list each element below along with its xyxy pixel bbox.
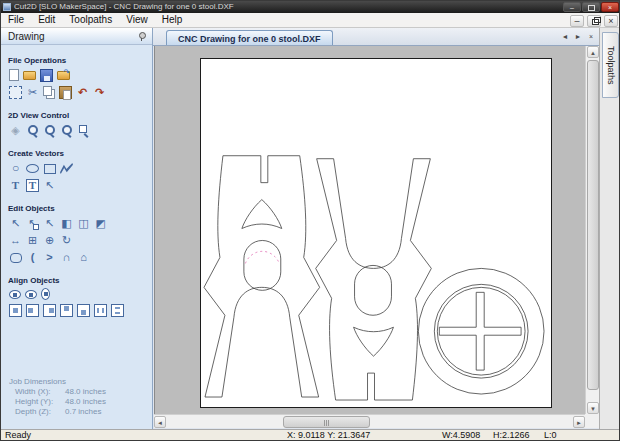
fillet-tool-icon[interactable] xyxy=(9,251,22,264)
move-tool-icon[interactable]: ⊕ xyxy=(43,234,56,247)
span-edit-icon[interactable]: > xyxy=(43,251,56,264)
open-file-icon[interactable] xyxy=(23,71,36,80)
app-icon xyxy=(3,3,11,11)
interactive-selection-icon[interactable]: ↖ xyxy=(43,217,56,230)
redo-icon[interactable]: ↷ xyxy=(93,86,106,99)
distort-tool-icon[interactable]: ◩ xyxy=(94,217,107,230)
zoom-drawing-icon[interactable] xyxy=(77,124,90,137)
undo-icon[interactable]: ↶ xyxy=(76,86,89,99)
drawing-panel: Drawing File Operations ✂↶↷ 2D View Cont… xyxy=(1,28,153,429)
scrollbar-corner xyxy=(585,414,599,428)
job-dimension-depth: Depth (Z):0.7 inches xyxy=(9,407,106,417)
status-bar: Ready X: 9.0118 Y: 21.3647 W:4.5908 H:2.… xyxy=(1,429,620,441)
draw-rectangle-icon[interactable] xyxy=(43,162,56,175)
align-top-icon[interactable] xyxy=(60,304,73,317)
mdi-minimize-button[interactable]: – xyxy=(570,15,584,27)
drawing-canvas[interactable] xyxy=(154,46,585,414)
mirror-tool-icon[interactable]: ◧ xyxy=(60,217,73,230)
measure-tool-icon[interactable]: ◫ xyxy=(77,217,90,230)
align-right-icon[interactable] xyxy=(43,304,56,317)
scroll-down-icon[interactable]: ▼ xyxy=(587,402,599,414)
menu-item-help[interactable]: Help xyxy=(155,13,190,27)
import-vectors-icon[interactable] xyxy=(57,71,70,80)
scroll-right-icon[interactable]: ► xyxy=(573,416,585,428)
rotate-tool-icon[interactable]: ↻ xyxy=(60,234,73,247)
vertical-scrollbar[interactable]: ▲ ▼ xyxy=(585,46,599,414)
selection-highlight-arc xyxy=(245,251,279,263)
status-ready: Ready xyxy=(5,430,31,441)
tab-prev-icon[interactable]: ◄ xyxy=(560,31,570,42)
align-bottom-icon[interactable] xyxy=(77,304,90,317)
zoom-selected-icon[interactable] xyxy=(60,124,73,137)
vertical-scroll-thumb[interactable] xyxy=(587,60,599,390)
scroll-left-icon[interactable]: ◄ xyxy=(154,416,166,428)
pin-icon[interactable] xyxy=(138,32,146,41)
space-horizontal-icon[interactable] xyxy=(94,304,107,317)
align-horizontal-icon[interactable] xyxy=(25,290,37,299)
document-area: CNC Drawing for one 0 stool.DXF ◄ ► × xyxy=(153,28,599,429)
minimize-button[interactable]: – xyxy=(563,2,581,12)
horizontal-scroll-thumb[interactable] xyxy=(283,416,370,428)
app-window: Cut2D [SLO MakerSpace] - CNC Drawing for… xyxy=(0,0,620,441)
vector-drawing xyxy=(201,59,551,407)
stool-side-panel-rotated[interactable] xyxy=(316,159,432,400)
copy-icon[interactable] xyxy=(43,86,52,96)
close-button[interactable]: × xyxy=(601,2,619,12)
status-selection-width: W:4.5908 xyxy=(442,430,480,441)
scroll-up-icon[interactable]: ▲ xyxy=(587,46,599,58)
menu-item-view[interactable]: View xyxy=(119,13,155,27)
set-size-tool-icon[interactable]: ⊞ xyxy=(26,234,39,247)
select-text-tool-icon[interactable]: ↖ xyxy=(43,179,56,192)
section-file-operations: File Operations ✂↶↷ xyxy=(1,56,152,100)
select-tool-icon[interactable]: ↖ xyxy=(9,217,22,230)
align-center-icon[interactable] xyxy=(9,304,22,317)
title-bar: Cut2D [SLO MakerSpace] - CNC Drawing for… xyxy=(1,1,620,13)
mdi-close-button[interactable]: × xyxy=(604,15,618,27)
horizontal-scrollbar[interactable]: ◄ ► xyxy=(154,414,585,428)
save-file-icon[interactable] xyxy=(40,69,53,82)
align-left-icon[interactable] xyxy=(26,304,39,317)
cut-icon[interactable]: ✂ xyxy=(26,86,39,99)
arc-fit-icon[interactable]: ( xyxy=(26,251,39,264)
node-edit-tool-icon[interactable]: ↖ xyxy=(26,217,39,230)
zoom-box-icon[interactable] xyxy=(43,124,56,137)
section-2d-view-control: 2D View Control ◈ xyxy=(1,111,152,138)
status-selection-length: L:0 xyxy=(544,430,557,441)
align-vertical-icon[interactable] xyxy=(41,288,50,300)
job-dimension-width: Width (X):48.0 inches xyxy=(9,387,106,397)
mdi-restore-button[interactable] xyxy=(587,15,601,27)
job-dimensions: Job Dimensions Width (X):48.0 inches Hei… xyxy=(9,377,106,417)
stool-side-panel[interactable] xyxy=(204,156,320,397)
join-vectors-icon[interactable]: ∩ xyxy=(60,251,73,264)
pan-view-icon[interactable]: ◈ xyxy=(9,124,22,137)
draw-text-icon[interactable]: T xyxy=(9,179,22,192)
paste-icon[interactable] xyxy=(59,86,72,99)
draw-circle-icon[interactable]: ○ xyxy=(9,162,22,175)
section-align-objects: Align Objects xyxy=(1,276,152,318)
document-tab[interactable]: CNC Drawing for one 0 stool.DXF xyxy=(166,30,333,45)
menu-item-toolpaths[interactable]: Toolpaths xyxy=(62,13,119,27)
tab-close-icon[interactable]: × xyxy=(586,31,596,42)
job-setup-icon[interactable] xyxy=(9,86,22,99)
draw-ellipse-icon[interactable] xyxy=(26,162,39,175)
right-tab-strip: Toolpaths xyxy=(599,28,620,429)
material-sheet[interactable] xyxy=(200,58,552,408)
section-title: Edit Objects xyxy=(8,204,152,213)
job-dimension-height: Height (Y):48.0 inches xyxy=(9,397,106,407)
tab-toolpaths[interactable]: Toolpaths xyxy=(602,32,619,98)
stool-seat[interactable] xyxy=(418,268,544,394)
draw-text-in-box-icon[interactable]: T xyxy=(26,179,39,192)
space-vertical-icon[interactable] xyxy=(111,304,124,317)
maximize-button[interactable] xyxy=(582,2,600,12)
scale-tool-icon[interactable]: ↔ xyxy=(9,234,22,247)
status-selection-height: H:2.1266 xyxy=(493,430,530,441)
menu-item-file[interactable]: File xyxy=(1,13,31,27)
center-in-material-icon[interactable] xyxy=(9,290,21,299)
section-title: Align Objects xyxy=(8,276,152,285)
draw-polyline-icon[interactable] xyxy=(60,163,73,174)
weld-vectors-icon[interactable]: ⌂ xyxy=(77,251,90,264)
tab-next-icon[interactable]: ► xyxy=(573,31,583,42)
zoom-interactive-icon[interactable] xyxy=(26,124,39,137)
menu-item-edit[interactable]: Edit xyxy=(31,13,62,27)
new-file-icon[interactable] xyxy=(9,69,19,81)
